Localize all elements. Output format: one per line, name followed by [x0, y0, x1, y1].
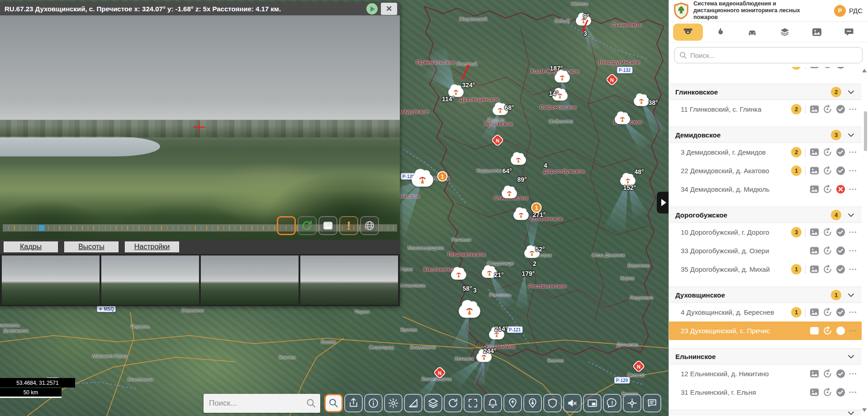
map-tool-measure[interactable]: [404, 394, 422, 412]
check-icon[interactable]: [835, 307, 846, 317]
filmstrip-frame[interactable]: [101, 255, 199, 305]
photo-icon[interactable]: [809, 184, 820, 194]
camera-tab-высоты[interactable]: Высоты: [64, 241, 119, 252]
sidebar-search-input[interactable]: [674, 47, 863, 63]
map-search-input[interactable]: [204, 394, 320, 413]
group-header[interactable]: Духовщинское1: [669, 287, 862, 303]
camera-list-item[interactable]: 10 Дорогобужский, г. Дорого3: [669, 223, 862, 241]
photo-icon[interactable]: [809, 246, 820, 256]
map-tool-add-marker[interactable]: [503, 394, 522, 412]
camera-tab-кадры[interactable]: Кадры: [4, 241, 58, 252]
camera-list-item[interactable]: 35 Дорогобужский, д. Михай1: [669, 260, 862, 279]
fire-alert-marker[interactable]: N: [433, 366, 446, 379]
camera-marker[interactable]: [620, 176, 636, 186]
photo-icon[interactable]: [809, 147, 820, 157]
map-tool-temperature[interactable]: [523, 394, 542, 412]
more-icon[interactable]: [849, 326, 857, 335]
camera-list-item[interactable]: 33 Дорогобужский, д. Озери: [669, 241, 862, 260]
filmstrip-frame[interactable]: [201, 255, 299, 305]
camera-marker[interactable]: [482, 269, 497, 278]
group-header[interactable]: Глинковское2: [669, 84, 862, 100]
history-icon[interactable]: [822, 227, 833, 237]
camera-marker[interactable]: [412, 173, 433, 186]
history-icon[interactable]: [822, 104, 833, 114]
check-icon[interactable]: [835, 165, 846, 176]
timeline-handle[interactable]: [39, 225, 44, 231]
map-tool-chat[interactable]: [643, 394, 661, 412]
sidebar-collapse-handle[interactable]: [657, 192, 669, 213]
tab-flame[interactable]: [705, 24, 735, 41]
history-icon[interactable]: [822, 165, 833, 176]
group-header-partial[interactable]: [669, 410, 862, 416]
more-icon[interactable]: [849, 148, 857, 156]
camera-marker[interactable]: [459, 304, 480, 317]
camera-list-item[interactable]: 23 Духовщинский, с. Пречис: [669, 321, 862, 340]
group-header[interactable]: Дорогобужское4: [669, 207, 862, 223]
camera-marker[interactable]: [511, 156, 526, 165]
video-warning-button[interactable]: !: [339, 216, 358, 235]
map-tool-screen[interactable]: [583, 394, 602, 412]
camera-marker[interactable]: [552, 91, 568, 101]
camera-video-feed[interactable]: !: [0, 15, 400, 240]
camera-list-item[interactable]: 31 Ельнинский, г. Ельня: [669, 383, 862, 402]
more-icon[interactable]: [849, 265, 857, 274]
photo-icon[interactable]: [809, 264, 820, 274]
check-icon[interactable]: [835, 67, 846, 70]
camera-marker[interactable]: [513, 211, 529, 220]
scrollbar-thumb[interactable]: [864, 111, 867, 151]
camera-list-item[interactable]: 12 Ельнинский, д. Никитино: [669, 364, 862, 383]
map-tool-locate[interactable]: [623, 394, 641, 412]
map-tool-layers[interactable]: [424, 394, 442, 412]
filmstrip-frame[interactable]: [300, 255, 398, 305]
check-icon[interactable]: [835, 369, 846, 379]
history-icon[interactable]: [822, 246, 833, 256]
x-icon[interactable]: [835, 184, 846, 194]
tab-car[interactable]: [737, 24, 767, 41]
map-tool-alarm[interactable]: [484, 394, 502, 412]
map-tool-shield[interactable]: [543, 394, 562, 412]
photo-icon[interactable]: [809, 227, 820, 237]
history-icon[interactable]: [822, 264, 833, 274]
group-header[interactable]: Демидовское3: [669, 127, 862, 143]
check-icon[interactable]: [835, 246, 846, 256]
camera-list-item[interactable]: 34 Демидовский, д. Мидюль: [669, 180, 862, 199]
check-icon[interactable]: [835, 387, 846, 397]
photo-icon[interactable]: [809, 165, 820, 176]
map-tool-alert[interactable]: [603, 394, 621, 412]
check-icon[interactable]: [835, 264, 846, 274]
more-icon[interactable]: [849, 246, 857, 255]
photo-icon[interactable]: [809, 104, 820, 114]
fire-alert-marker[interactable]: N: [605, 73, 619, 86]
map-tool-rotate[interactable]: [444, 394, 462, 412]
history-icon[interactable]: [822, 67, 833, 70]
camera-marker[interactable]: [489, 330, 504, 340]
photo-icon[interactable]: [809, 67, 820, 70]
tab-layers[interactable]: [770, 24, 800, 41]
camera-marker[interactable]: [493, 106, 508, 115]
map-tool-search[interactable]: [324, 394, 343, 412]
tab-chat[interactable]: [834, 24, 864, 41]
history-icon[interactable]: [822, 184, 833, 194]
scroll-up-arrow[interactable]: [862, 69, 867, 72]
video-selection-button[interactable]: [277, 216, 296, 235]
map-tool-fullscreen[interactable]: [464, 394, 482, 412]
map-tool-info[interactable]: [364, 394, 383, 412]
camera-list-item[interactable]: 4 Духовщинский, д. Береснев1: [669, 303, 862, 321]
tab-camera[interactable]: [673, 24, 703, 41]
map-tool-settings[interactable]: [384, 394, 403, 412]
camera-marker[interactable]: [615, 115, 630, 124]
more-icon[interactable]: [849, 388, 857, 397]
more-icon[interactable]: [849, 105, 857, 113]
history-icon[interactable]: [822, 387, 833, 397]
camera-marker[interactable]: [576, 16, 591, 26]
more-icon[interactable]: [849, 166, 857, 175]
photo-icon[interactable]: [809, 326, 820, 336]
history-icon[interactable]: [822, 326, 833, 336]
more-icon[interactable]: [849, 67, 857, 69]
camera-marker[interactable]: [502, 189, 517, 199]
more-icon[interactable]: [849, 308, 857, 317]
camera-marker[interactable]: [476, 353, 492, 362]
camera-list-item[interactable]: 1: [669, 67, 862, 73]
camera-marker[interactable]: [524, 249, 540, 258]
check-icon[interactable]: [835, 104, 846, 114]
